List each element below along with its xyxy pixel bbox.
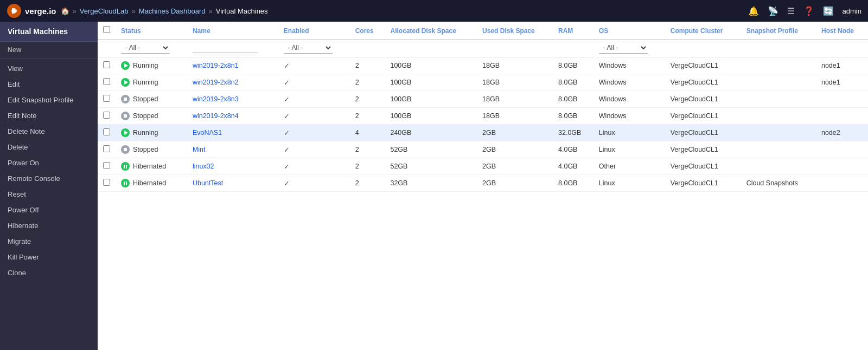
top-navigation: verge.io 🏠 » VergeCloudLab » Machines Da… xyxy=(0,0,868,22)
filter-used-cell xyxy=(477,40,553,57)
row-os: Windows xyxy=(593,57,665,74)
table-row[interactable]: Running EvoNAS1 ✓ 4 240GB 2GB 32.0GB Lin… xyxy=(98,125,868,141)
sidebar-item-hibernate[interactable]: Hibernate xyxy=(0,218,98,234)
logo[interactable]: verge.io xyxy=(7,3,56,18)
col-snapshot-profile: Snapshot Profile xyxy=(741,22,816,40)
filter-status-cell: - All - xyxy=(116,40,187,57)
row-status: Running xyxy=(116,74,187,91)
filter-status-select[interactable]: - All - xyxy=(121,42,170,54)
col-status: Status xyxy=(116,22,187,40)
sidebar-divider-1 xyxy=(0,58,98,59)
row-checkbox[interactable] xyxy=(103,145,110,152)
row-used-disk: 2GB xyxy=(477,141,553,158)
table-row[interactable]: Hibernated linux02 ✓ 2 52GB 2GB 4.0GB Ot… xyxy=(98,158,868,175)
row-snapshot-profile xyxy=(741,74,816,91)
row-checkbox-cell xyxy=(98,108,116,125)
row-ram: 8.0GB xyxy=(553,57,593,74)
rss-icon[interactable]: 📡 xyxy=(768,6,778,16)
row-host-node xyxy=(816,141,868,158)
row-checkbox[interactable] xyxy=(103,128,110,135)
row-checkbox[interactable] xyxy=(103,179,110,186)
row-snapshot-profile xyxy=(741,57,816,74)
nav-right: 🔔 📡 ☰ ❓ 🔄 admin xyxy=(748,6,861,16)
row-ram: 8.0GB xyxy=(553,74,593,91)
filter-cluster-cell xyxy=(665,40,741,57)
sidebar-item-edit-snapshot-profile[interactable]: Edit Snapshot Profile xyxy=(0,92,98,108)
row-used-disk: 18GB xyxy=(477,108,553,125)
sidebar-item-remote-console[interactable]: Remote Console xyxy=(0,171,98,186)
user-label[interactable]: admin xyxy=(843,7,861,15)
list-icon[interactable]: ☰ xyxy=(787,6,795,16)
logo-icon xyxy=(7,3,22,18)
row-enabled: ✓ xyxy=(278,125,350,141)
row-name[interactable]: linux02 xyxy=(187,158,278,175)
table-row[interactable]: Running win2019-2x8n2 ✓ 2 100GB 18GB 8.0… xyxy=(98,74,868,91)
table-row[interactable]: Stopped Mint ✓ 2 52GB 2GB 4.0GB Linux Ve… xyxy=(98,141,868,158)
breadcrumb-machines-dashboard[interactable]: Machines Dashboard xyxy=(139,7,206,15)
status-stopped-icon xyxy=(121,112,130,120)
filter-enabled-select[interactable]: - All - xyxy=(284,42,333,54)
row-name[interactable]: win2019-2x8n4 xyxy=(187,108,278,125)
status-running-icon xyxy=(121,61,130,70)
col-cores: Cores xyxy=(350,22,385,40)
row-compute-cluster: VergeCloudCL1 xyxy=(665,175,741,192)
col-host-node: Host Node xyxy=(816,22,868,40)
sidebar-item-edit-note[interactable]: Edit Note xyxy=(0,108,98,124)
row-checkbox[interactable] xyxy=(103,162,110,169)
row-cores: 2 xyxy=(350,108,385,125)
row-name[interactable]: Mint xyxy=(187,141,278,158)
help-icon[interactable]: ❓ xyxy=(803,6,814,16)
row-host-node: node2 xyxy=(816,125,868,141)
sidebar-item-delete[interactable]: Delete xyxy=(0,139,98,155)
table-row[interactable]: Stopped win2019-2x8n4 ✓ 2 100GB 18GB 8.0… xyxy=(98,108,868,125)
filter-os-select[interactable]: - All - xyxy=(599,42,648,54)
row-enabled: ✓ xyxy=(278,91,350,108)
row-name[interactable]: EvoNAS1 xyxy=(187,125,278,141)
sidebar-item-reset[interactable]: Reset xyxy=(0,186,98,202)
row-enabled: ✓ xyxy=(278,158,350,175)
bell-icon[interactable]: 🔔 xyxy=(748,6,759,16)
row-os: Linux xyxy=(593,125,665,141)
row-checkbox[interactable] xyxy=(103,112,110,119)
col-compute-cluster: Compute Cluster xyxy=(665,22,741,40)
sidebar-item-power-on[interactable]: Power On xyxy=(0,155,98,171)
table-row[interactable]: Stopped win2019-2x8n3 ✓ 2 100GB 18GB 8.0… xyxy=(98,91,868,108)
sidebar-item-power-off[interactable]: Power Off xyxy=(0,202,98,218)
col-enabled: Enabled xyxy=(278,22,350,40)
row-os: Other xyxy=(593,158,665,175)
filter-name-input[interactable] xyxy=(193,43,258,53)
table-row[interactable]: Hibernated UbuntTest ✓ 2 32GB 2GB 8.0GB … xyxy=(98,175,868,192)
row-name[interactable]: win2019-2x8n2 xyxy=(187,74,278,91)
row-host-node xyxy=(816,91,868,108)
sidebar-item-view[interactable]: View xyxy=(0,61,98,76)
filter-host-cell xyxy=(816,40,868,57)
row-cores: 2 xyxy=(350,141,385,158)
row-snapshot-profile xyxy=(741,158,816,175)
row-used-disk: 18GB xyxy=(477,74,553,91)
refresh-icon[interactable]: 🔄 xyxy=(823,6,834,16)
row-checkbox[interactable] xyxy=(103,61,110,68)
select-all-checkbox[interactable] xyxy=(103,26,110,33)
row-allocated-disk: 52GB xyxy=(385,141,477,158)
filter-cores-cell xyxy=(350,40,385,57)
row-name[interactable]: win2019-2x8n3 xyxy=(187,91,278,108)
row-checkbox[interactable] xyxy=(103,95,110,102)
status-hibernated-icon xyxy=(121,179,130,187)
sidebar-item-kill-power[interactable]: Kill Power xyxy=(0,249,98,265)
sidebar-title: Virtual Machines xyxy=(0,22,98,42)
row-cores: 4 xyxy=(350,125,385,141)
sidebar-item-migrate[interactable]: Migrate xyxy=(0,234,98,249)
sidebar-item-delete-note[interactable]: Delete Note xyxy=(0,124,98,139)
col-name: Name xyxy=(187,22,278,40)
table-row[interactable]: Running win2019-2x8n1 ✓ 2 100GB 18GB 8.0… xyxy=(98,57,868,74)
sidebar-item-edit[interactable]: Edit xyxy=(0,76,98,92)
row-checkbox[interactable] xyxy=(103,78,110,85)
row-host-node xyxy=(816,108,868,125)
row-name[interactable]: UbuntTest xyxy=(187,175,278,192)
row-name[interactable]: win2019-2x8n1 xyxy=(187,57,278,74)
row-snapshot-profile xyxy=(741,91,816,108)
sidebar-item-clone[interactable]: Clone xyxy=(0,265,98,281)
row-allocated-disk: 240GB xyxy=(385,125,477,141)
breadcrumb-vergecloudlab[interactable]: VergeCloudLab xyxy=(80,7,129,15)
row-status: Running xyxy=(116,125,187,141)
